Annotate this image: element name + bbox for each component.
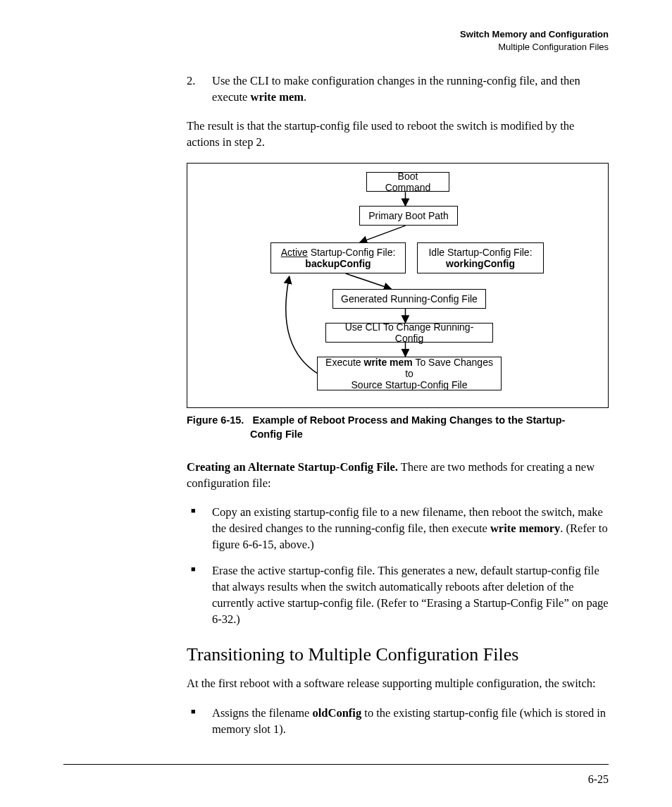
use-cli-label: Use CLI To Change Running-Config <box>333 321 485 344</box>
svg-line-2 <box>346 273 392 289</box>
exec-bold: write mem <box>364 357 413 368</box>
caption-label: Figure 6-15. <box>187 414 244 426</box>
step-text-bold: write mem <box>251 90 304 104</box>
result-paragraph: The result is that the startup-config fi… <box>187 118 609 150</box>
alt-heading-bold: Creating an Alternate Startup-Config Fil… <box>187 460 398 474</box>
bullet-assign-oldconfig: Assigns the filename oldConfig to the ex… <box>187 705 609 737</box>
box-use-cli: Use CLI To Change Running-Config <box>325 323 493 343</box>
header-title: Switch Memory and Configuration <box>460 29 609 39</box>
alt-heading-para: Creating an Alternate Startup-Config Fil… <box>187 459 609 491</box>
generated-label: Generated Running-Config File <box>341 293 478 304</box>
exec-post: To Save Changes to <box>405 357 493 379</box>
box-generated: Generated Running-Config File <box>332 289 486 309</box>
step-2: 2. Use the CLI to make configuration cha… <box>187 73 609 105</box>
idle-name: workingConfig <box>446 258 515 269</box>
exec-line2: Source Startup-Config File <box>351 379 468 390</box>
box-primary-boot-path-label: Primary Boot Path <box>368 210 449 221</box>
figure-caption: Figure 6-15. Example of Reboot Process a… <box>187 414 609 441</box>
section-heading-transitioning: Transitioning to Multiple Configuration … <box>187 644 609 665</box>
active-underline: Active <box>281 247 308 258</box>
transition-para: At the first reboot with a software rele… <box>187 675 609 691</box>
caption-line2: Config File <box>187 428 609 442</box>
bullet1-bold: write memory <box>490 522 560 535</box>
figure-diagram: Boot Command Primary Boot Path Active St… <box>187 163 609 408</box>
box-active-config: Active Startup-Config File: backupConfig <box>270 242 406 273</box>
step-text-b: . <box>304 90 306 104</box>
box-boot-command: Boot Command <box>366 172 449 192</box>
box-execute: Execute write mem To Save Changes to Sou… <box>317 357 502 390</box>
exec-pre: Execute <box>325 357 363 368</box>
box-boot-command-label: Boot Command <box>374 171 442 193</box>
bullet2-text: Erase the active startup-config file. Th… <box>212 564 609 626</box>
caption-line1: Example of Reboot Process and Making Cha… <box>252 414 565 426</box>
bullet-erase-config: Erase the active startup-config file. Th… <box>187 562 609 627</box>
page-number: 6-25 <box>588 773 609 786</box>
step-number: 2. <box>187 73 195 89</box>
bullet-copy-config: Copy an existing startup-config file to … <box>187 504 609 553</box>
active-name: backupConfig <box>305 258 371 269</box>
box-idle-config: Idle Startup-Config File: workingConfig <box>417 242 544 273</box>
idle-label: Idle Startup-Config File: <box>428 247 532 258</box>
bullet3-bold: oldConfig <box>313 706 362 720</box>
box-primary-boot-path: Primary Boot Path <box>359 206 458 226</box>
header-subtitle: Multiple Configuration Files <box>498 42 609 52</box>
bullet3-a: Assigns the filename <box>212 706 313 720</box>
page-header: Switch Memory and Configuration Multiple… <box>63 28 609 53</box>
svg-line-1 <box>360 226 406 243</box>
footer-rule <box>63 764 609 765</box>
active-label-post: Startup-Config File: <box>308 247 396 258</box>
